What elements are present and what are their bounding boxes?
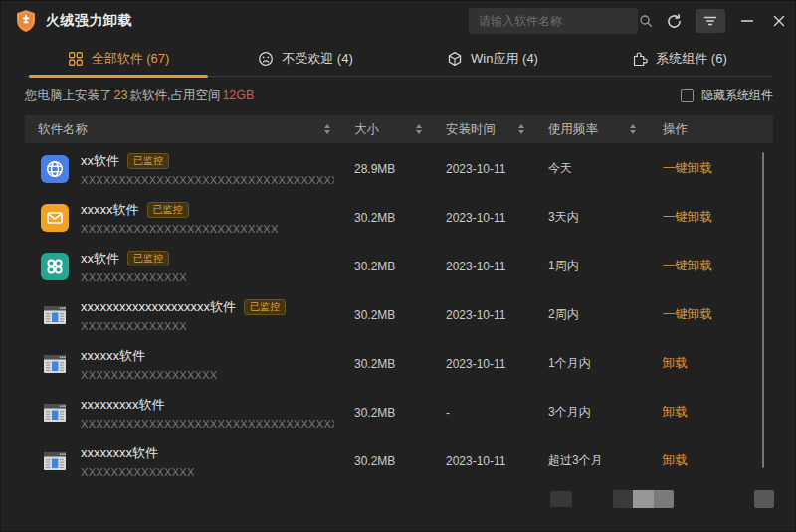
app-description: XXXXXXXXXXXXXXX — [81, 466, 195, 478]
app-name-cell: xx软件已监控 XXXXXXXXXXXXXXXXXXXXXXXXXXXXXXXX… — [25, 152, 342, 186]
action-cell: 一键卸载 — [646, 306, 773, 323]
hide-system-components-toggle[interactable]: 隐藏系统组件 — [681, 88, 773, 104]
usage-frequency: 3天内 — [536, 209, 646, 226]
app-size: 30.2MB — [342, 308, 432, 322]
header-label: 大小 — [354, 121, 379, 138]
tab-label: 系统组件 (6) — [656, 50, 727, 68]
app-info: xx软件已监控 XXXXXXXXXXXXXXXXXXXXXXXXXXXXXXXX… — [81, 152, 334, 186]
usage-frequency: 2周内 — [536, 306, 646, 323]
table-row[interactable]: xxxxx软件已监控 XXXXXXXXXXXXXXXXXXXXXXXXXX 30… — [25, 193, 773, 242]
app-name: xxxxxxxxxxxxxxxxxxxx软件 — [81, 298, 236, 316]
uninstall-button[interactable]: 一键卸载 — [663, 307, 712, 321]
header-install-time[interactable]: 安装时间 — [432, 115, 536, 143]
tab-win-apps[interactable]: Win应用 (4) — [399, 41, 586, 76]
table-row[interactable]: xx软件已监控 XXXXXXXXXXXXXX 30.2MB 2023-10-11… — [25, 242, 773, 290]
header-action: 操作 — [646, 115, 773, 143]
app-info: xxxxxxxxx软件 XXXXXXXXXXXXXXXXXXXXXXXXXXXX… — [81, 396, 334, 430]
uninstall-button[interactable]: 一键卸载 — [663, 210, 712, 224]
app-name: xxxxx软件 — [81, 201, 139, 219]
action-cell: 卸载 — [646, 404, 773, 421]
install-date: 2023-10-11 — [432, 162, 536, 176]
uninstall-button[interactable]: 一键卸载 — [663, 161, 712, 175]
table-row[interactable]: xxxxxxxxxxxxxxxxxxxx软件已监控 XXXXXXXXXXXXXX… — [25, 290, 773, 339]
table-row[interactable]: xxxxxx软件 XXXXXXXXXXXXXXXXXX 30.2MB 2023-… — [25, 339, 773, 388]
app-window: 火绒强力卸载 — [0, 0, 796, 532]
close-button[interactable] — [765, 9, 793, 33]
usage-frequency: 1周内 — [536, 258, 646, 274]
app-info: xx软件已监控 XXXXXXXXXXXXXX — [81, 250, 187, 283]
app-name: xx软件 — [81, 250, 119, 267]
hide-system-label: 隐藏系统组件 — [701, 88, 773, 104]
minimize-icon — [740, 14, 754, 28]
uninstall-button[interactable]: 卸载 — [663, 356, 688, 370]
uninstall-button[interactable]: 卸载 — [663, 405, 688, 419]
uninstall-button[interactable]: 卸载 — [663, 453, 688, 467]
installed-count: 23 — [112, 89, 130, 102]
grid-icon — [68, 51, 84, 67]
header-usage-frequency[interactable]: 使用频率 — [536, 115, 646, 143]
app-name-cell: xxxxxxxx软件 XXXXXXXXXXXXXXX — [25, 444, 342, 478]
filter-button[interactable] — [696, 9, 725, 33]
table-header: 软件名称 大小 安装时间 使用频率 操作 — [25, 115, 773, 143]
monitored-badge: 已监控 — [127, 251, 169, 266]
tab-system-components[interactable]: 系统组件 (6) — [586, 41, 773, 76]
table-row[interactable]: xxxxxxxx软件 XXXXXXXXXXXXXXX 30.2MB 2023-1… — [25, 437, 773, 485]
app-size: 30.2MB — [342, 357, 432, 371]
redacted-box — [550, 491, 572, 507]
header-label: 软件名称 — [38, 121, 88, 138]
uninstall-button[interactable]: 一键卸载 — [663, 259, 712, 272]
action-cell: 卸载 — [646, 355, 773, 372]
app-size: 28.9MB — [342, 162, 432, 176]
refresh-button[interactable] — [660, 9, 688, 33]
app-info: xxxxx软件已监控 XXXXXXXXXXXXXXXXXXXXXXXXXX — [81, 201, 279, 235]
software-table-body: xx软件已监控 XXXXXXXXXXXXXXXXXXXXXXXXXXXXXXXX… — [25, 144, 773, 485]
sort-arrows-icon[interactable] — [324, 124, 330, 134]
sad-face-icon — [258, 51, 274, 67]
app-size: 30.2MB — [342, 406, 432, 420]
sort-arrows-icon[interactable] — [416, 124, 422, 134]
monitored-badge: 已监控 — [147, 202, 189, 218]
summary-bar: 您电脑上安装了 23 款软件,占用空间 12GB 隐藏系统组件 — [25, 77, 773, 114]
app-description: XXXXXXXXXXXXXXXXXX — [81, 369, 217, 381]
tab-unpopular[interactable]: 不受欢迎 (4) — [212, 41, 399, 76]
install-date: - — [432, 406, 536, 420]
action-cell: 卸载 — [646, 452, 773, 469]
app-name: xxxxxx软件 — [81, 347, 145, 365]
redacted-box — [613, 490, 674, 508]
tab-label: Win应用 (4) — [471, 50, 538, 68]
sort-arrows-icon[interactable] — [630, 124, 636, 134]
header-size[interactable]: 大小 — [342, 115, 432, 143]
window-app-icon — [41, 447, 69, 475]
mail-app-icon — [41, 204, 69, 232]
table-row[interactable]: xxxxxxxxx软件 XXXXXXXXXXXXXXXXXXXXXXXXXXXX… — [25, 388, 773, 437]
search-input[interactable] — [469, 14, 639, 28]
install-date: 2023-10-11 — [432, 308, 536, 322]
monitored-badge: 已监控 — [127, 153, 169, 169]
search-icon[interactable] — [639, 14, 653, 28]
win-app-cube-icon — [447, 51, 463, 67]
tab-all-software[interactable]: 全部软件 (67) — [25, 41, 212, 76]
app-size: 30.2MB — [342, 211, 432, 225]
usage-frequency: 3个月内 — [536, 404, 646, 421]
install-date: 2023-10-11 — [432, 260, 536, 273]
window-app-icon — [41, 301, 69, 329]
app-name: xx软件 — [81, 152, 119, 170]
summary-middle: 款软件,占用空间 — [129, 88, 220, 104]
hide-system-checkbox[interactable] — [681, 89, 694, 102]
app-name-cell: xxxxxxxxx软件 XXXXXXXXXXXXXXXXXXXXXXXXXXXX… — [25, 396, 342, 430]
header-label: 安装时间 — [446, 121, 496, 138]
minimize-button[interactable] — [733, 9, 761, 33]
vertical-scrollbar[interactable] — [762, 152, 764, 468]
app-description: XXXXXXXXXXXXXXXXXXXXXXXXXX — [81, 223, 279, 235]
app-name: xxxxxxxxx软件 — [81, 396, 165, 414]
sort-arrows-icon[interactable] — [518, 124, 524, 134]
usage-frequency: 1个月内 — [536, 355, 646, 372]
action-cell: 一键卸载 — [646, 209, 773, 226]
action-cell: 一键卸载 — [646, 258, 773, 274]
search-box[interactable] — [469, 8, 638, 34]
app-info: xxxxxxxx软件 XXXXXXXXXXXXXXX — [81, 444, 195, 478]
header-software-name[interactable]: 软件名称 — [25, 115, 342, 143]
window-app-icon — [41, 350, 69, 378]
table-row[interactable]: xx软件已监控 XXXXXXXXXXXXXXXXXXXXXXXXXXXXXXXX… — [25, 144, 773, 193]
app-name-cell: xxxxxx软件 XXXXXXXXXXXXXXXXXX — [25, 347, 342, 381]
